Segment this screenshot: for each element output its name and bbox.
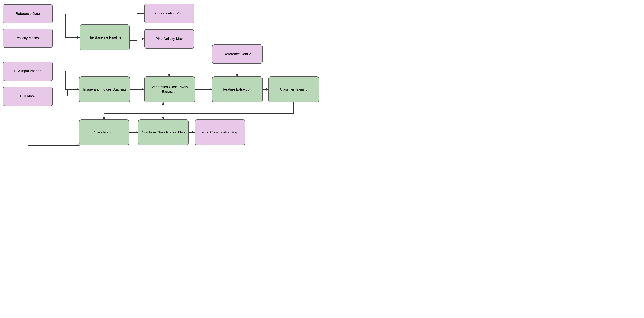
classification-map-top-node: Classification Map [144, 4, 194, 23]
baseline-pipeline-node: The Baseline Pipeline [80, 24, 130, 50]
feature-extraction-node: Feature Extraction [212, 76, 263, 102]
classifier-training-node: Classifier Training [268, 76, 319, 102]
reference-data-node: Reference Data [3, 4, 53, 23]
reference-data2-node: Reference Data 2 [212, 44, 263, 64]
classification-node: Classification [79, 119, 129, 145]
final-map-node: Final Classification Map [195, 119, 245, 145]
combine-map-node: Combine Classification Map [138, 119, 189, 145]
veg-pixels-node: Vegetation Class Pixels Extraction [144, 76, 195, 102]
image-stacking-node: Image and Indices Stacking [79, 76, 130, 102]
roi-mask-node: ROI Mask [3, 87, 53, 106]
pixel-validity-map-node: Pixel Validity Map [144, 29, 194, 48]
validity-masks-node: Validity Masks [3, 28, 53, 48]
l2a-input-node: L2A Input Images [3, 62, 53, 81]
